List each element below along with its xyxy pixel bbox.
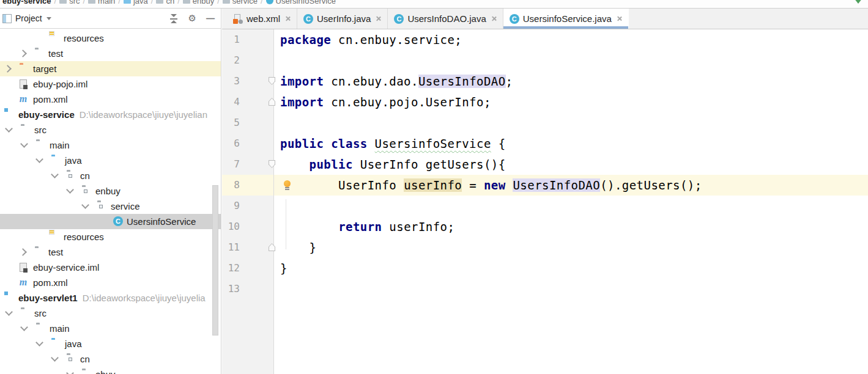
tree-row-service[interactable]: service [0,199,221,214]
tab-label: web.xml [247,13,280,24]
tree-row-enbuy[interactable]: enbuy [0,183,221,199]
tab-usersinfodao-java[interactable]: C UsersInfoDAO.java [388,9,503,29]
breadcrumb-item-class[interactable]: UsersinfoService [265,0,337,6]
tree-row-resources[interactable]: resources [0,31,221,46]
close-icon[interactable] [491,16,497,21]
tree-row-src[interactable]: src [0,122,221,138]
tree-row-ebuy[interactable]: ebuy [0,367,221,374]
tree-label: enbuy [95,183,121,199]
class-icon: C [510,14,519,24]
tree-row-target[interactable]: target [0,61,221,76]
chevron-right-icon[interactable] [19,50,27,57]
breadcrumb-separator: / [217,0,220,6]
tab-usersinfoservice-java[interactable]: C UsersinfoService.java [503,9,629,29]
code-line-5[interactable]: 5 [222,112,868,133]
code-line-12[interactable]: 12} [222,258,868,279]
chevron-down-icon[interactable] [35,155,43,163]
breadcrumb-item-cn[interactable]: cn [155,0,176,6]
intention-bulb-icon[interactable] [283,180,291,191]
line-number: 7 [222,154,240,175]
line-number: 8 [222,175,240,196]
line-number: 9 [222,196,240,216]
tree-label: ebuy-servlet1 [18,293,78,303]
chevron-down-icon[interactable] [51,170,59,178]
code-line-10[interactable]: 10 return userInfo; [222,216,868,237]
tree-row-cn[interactable]: cn [0,168,221,183]
chevron-down-icon[interactable] [51,354,59,362]
code-line-11[interactable]: 11 } [222,237,868,258]
tree-scrollbar-thumb[interactable] [212,185,218,336]
chevron-down-icon[interactable] [20,140,28,148]
project-view-selector[interactable]: Project [15,13,51,23]
tree-label: java [65,336,82,351]
chevron-down-icon[interactable] [66,186,74,194]
code-line-8[interactable]: 8 UserInfo userInfo = new UsersInfoDAO()… [222,175,868,196]
tab-label: UsersinfoService.java [523,13,612,24]
tree-label: cn [80,168,90,183]
tab-userinfo-java[interactable]: C UserInfo.java [297,9,388,29]
breadcrumb-item-enbuy[interactable]: enbuy [182,0,215,6]
tree-row-ebuy-pojo-iml[interactable]: ebuy-pojo.iml [0,76,221,92]
chevron-down-icon[interactable] [5,308,13,316]
code-line-3[interactable]: 3import cn.ebuy.dao.UsersInfoDAO; [222,71,868,92]
code-line-4[interactable]: 4import cn.ebuy.pojo.UserInfo; [222,92,868,112]
tree-row-src-2[interactable]: src [0,306,221,321]
breadcrumb-item-src[interactable]: src [58,0,81,6]
code-editor[interactable]: 1package cn.enbuy.service; 2 3import cn.… [222,29,868,374]
close-icon[interactable] [285,16,291,21]
chevron-right-icon[interactable] [19,248,27,256]
code-line-2[interactable]: 2 [222,50,868,71]
chevron-down-icon[interactable] [35,339,43,346]
code-line-6[interactable]: 6public class UsersinfoService { [222,133,868,154]
chevron-right-icon[interactable] [4,65,12,73]
tree-row-java[interactable]: java [0,153,221,168]
tree-row-cn-2[interactable]: cn [0,351,221,367]
tree-row-test[interactable]: test [0,46,221,61]
breadcrumb: ebuy-service / src / main / java / cn / … [1,0,337,8]
project-toolwindow-icon [2,14,12,23]
code-line-9[interactable]: 9 [222,196,868,216]
tree-row-main-2[interactable]: main [0,321,221,336]
tree-row-pom-xml[interactable]: mpom.xml [0,92,221,107]
class-icon [266,0,273,4]
breadcrumb-item-module[interactable]: ebuy-service [1,0,53,6]
collapse-all-button[interactable] [170,14,179,23]
breadcrumb-separator: / [83,0,85,6]
source-folder-icon [124,0,131,4]
tree-row-main[interactable]: main [0,138,221,153]
breadcrumb-item-service[interactable]: service [221,0,259,6]
tree-row-ebuy-service-module[interactable]: ebuy-serviceD:\ideaworkspace\jiuye\juyel… [0,107,221,122]
tree-row-ebuy-service-iml[interactable]: ebuy-service.iml [0,260,221,275]
iml-file-icon [20,263,27,272]
code-line-13[interactable]: 13 [222,279,868,299]
tree-row-test-2[interactable]: test [0,244,221,260]
breadcrumb-label: ebuy-service [2,0,51,6]
line-number: 11 [222,237,240,258]
tree-row-ebuy-servlet1-module[interactable]: ebuy-servlet1D:\ideaworkspace\jiuye\juye… [0,290,221,306]
project-tool-window: Project ⚙ — resources test target ebuy-p… [0,9,221,374]
close-icon[interactable] [376,16,381,21]
tree-label: main [50,321,70,336]
tree-row-pom-xml-2[interactable]: mpom.xml [0,275,221,290]
settings-gear-button[interactable]: ⚙ [188,13,196,24]
chevron-down-icon[interactable] [5,125,13,133]
tree-row-usersinfoservice[interactable]: CUsersinfoService [0,214,221,229]
chevron-down-icon[interactable] [66,369,74,374]
module-path: D:\ideaworkspace\jiuye\juyelian [80,109,207,120]
package-icon [183,0,190,4]
code-line-7[interactable]: 7 public UserInfo getUsers(){ [222,154,868,175]
code-line-1[interactable]: 1package cn.enbuy.service; [222,29,868,50]
line-number: 10 [222,216,240,237]
chevron-down-icon[interactable] [81,201,89,209]
breadcrumb-item-java[interactable]: java [122,0,149,6]
tree-row-java-2[interactable]: java [0,336,221,351]
close-icon[interactable] [617,16,622,21]
breadcrumb-separator: / [177,0,180,6]
hide-panel-button[interactable]: — [206,13,215,23]
breadcrumb-label: service [232,0,258,6]
package-icon [223,0,230,4]
breadcrumb-item-main[interactable]: main [87,0,116,6]
tab-web-xml[interactable]: web.xml [227,9,297,29]
chevron-down-icon[interactable] [20,323,28,331]
tree-row-resources-2[interactable]: resources [0,229,221,244]
